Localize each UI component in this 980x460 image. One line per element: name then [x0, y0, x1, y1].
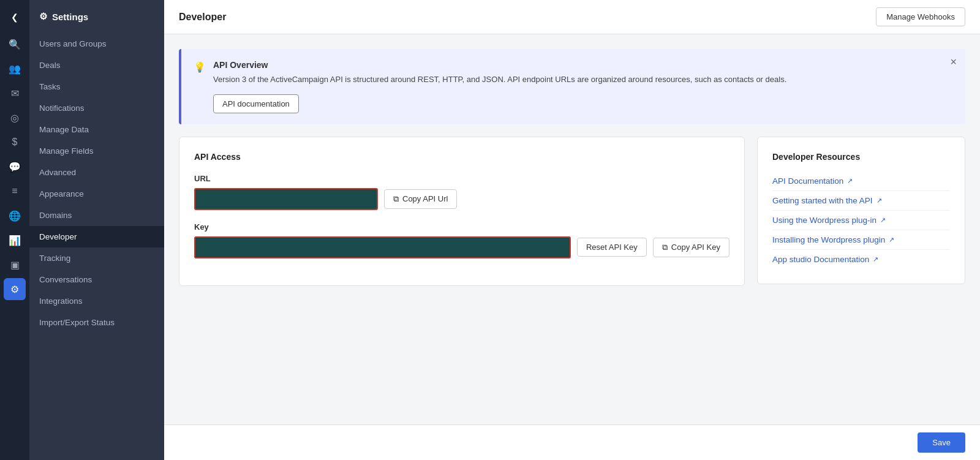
email-nav-icon[interactable]: ✉ [4, 82, 26, 104]
copy-key-label: Copy API Key [671, 243, 720, 252]
sidebar-item-advanced[interactable]: Advanced [29, 162, 164, 183]
collapse-button[interactable]: ❮ [4, 6, 26, 28]
banner-body: API Overview Version 3 of the ActiveCamp… [213, 60, 953, 113]
automations-nav-icon[interactable]: ◎ [4, 107, 26, 129]
sidebar-item-integrations[interactable]: Integrations [29, 290, 164, 312]
save-bar: Save [164, 424, 980, 460]
key-input[interactable] [194, 236, 571, 258]
api-documentation-button[interactable]: API documentation [213, 94, 299, 113]
copy-api-url-button[interactable]: ⧉ Copy API Url [384, 189, 457, 209]
pages-nav-icon[interactable]: ▣ [4, 254, 26, 276]
ext-icon-3: ↗ [889, 236, 894, 244]
getting-started-label: Getting started with the API [772, 196, 873, 205]
deals-nav-icon[interactable]: $ [4, 131, 26, 153]
sidebar-item-manage-fields[interactable]: Manage Fields [29, 140, 164, 162]
sidebar-item-conversations[interactable]: Conversations [29, 269, 164, 290]
ext-icon-2: ↗ [880, 216, 886, 224]
sidebar-item-import-export[interactable]: Import/Export Status [29, 312, 164, 333]
sidebar-item-appearance[interactable]: Appearance [29, 183, 164, 205]
api-overview-banner: 💡 API Overview Version 3 of the ActiveCa… [179, 49, 965, 124]
sidebar: ⚙ Settings Users and Groups Deals Tasks … [29, 0, 164, 460]
app-studio-label: App studio Documentation [772, 255, 869, 264]
copy-api-key-button[interactable]: ⧉ Copy API Key [653, 238, 729, 257]
sidebar-nav: Users and Groups Deals Tasks Notificatio… [29, 33, 164, 333]
ext-icon-4: ↗ [873, 255, 878, 263]
banner-title: API Overview [213, 60, 953, 70]
banner-text: Version 3 of the ActiveCampaign API is s… [213, 74, 953, 86]
bulb-icon: 💡 [194, 61, 206, 113]
developer-resources-card: Developer Resources API Documentation ↗ … [757, 137, 965, 284]
save-button[interactable]: Save [918, 432, 965, 453]
copy-url-label: Copy API Url [402, 194, 448, 203]
sidebar-item-users-and-groups[interactable]: Users and Groups [29, 33, 164, 55]
search-nav-icon[interactable]: 🔍 [4, 33, 26, 55]
ext-icon-1: ↗ [876, 197, 882, 205]
content-row: API Access URL ⧉ Copy API Url Key Reset … [179, 137, 965, 286]
globe-nav-icon[interactable]: 🌐 [4, 205, 26, 227]
sidebar-item-domains[interactable]: Domains [29, 205, 164, 226]
url-input[interactable] [194, 188, 378, 210]
url-field-row: ⧉ Copy API Url [194, 188, 729, 210]
close-banner-button[interactable]: × [950, 56, 957, 67]
sidebar-item-notifications[interactable]: Notifications [29, 97, 164, 119]
main-content: Developer Manage Webhooks 💡 API Overview… [164, 0, 980, 460]
resource-link-install-wordpress[interactable]: Installing the Wordpress plugin ↗ [772, 230, 950, 250]
resource-link-getting-started[interactable]: Getting started with the API ↗ [772, 191, 950, 211]
sidebar-item-tasks[interactable]: Tasks [29, 76, 164, 97]
url-label: URL [194, 174, 729, 183]
resource-link-app-studio[interactable]: App studio Documentation ↗ [772, 250, 950, 269]
content-area: 💡 API Overview Version 3 of the ActiveCa… [164, 34, 980, 424]
resources-title: Developer Resources [772, 152, 950, 162]
resource-link-wordpress-plugin[interactable]: Using the Wordpress plug-in ↗ [772, 211, 950, 230]
top-bar: Developer Manage Webhooks [164, 0, 980, 34]
analytics-nav-icon[interactable]: 📊 [4, 229, 26, 251]
copy-key-icon: ⧉ [662, 243, 668, 252]
copy-url-icon: ⧉ [393, 194, 399, 204]
contacts-nav-icon[interactable]: 👥 [4, 58, 26, 80]
conversations-nav-icon[interactable]: 💬 [4, 156, 26, 178]
sidebar-item-deals[interactable]: Deals [29, 55, 164, 76]
page-title: Developer [179, 12, 226, 23]
ext-icon-0: ↗ [847, 177, 853, 185]
icon-bar: ❮ 🔍 👥 ✉ ◎ $ 💬 ≡ 🌐 📊 ▣ ⚙ [0, 0, 29, 460]
api-access-card: API Access URL ⧉ Copy API Url Key Reset … [179, 137, 745, 286]
manage-webhooks-button[interactable]: Manage Webhooks [876, 7, 965, 26]
reset-api-key-button[interactable]: Reset API Key [577, 238, 647, 257]
key-field-row: Reset API Key ⧉ Copy API Key [194, 236, 729, 258]
sidebar-header: ⚙ Settings [29, 0, 164, 33]
sidebar-item-developer[interactable]: Developer [29, 226, 164, 247]
sidebar-item-tracking[interactable]: Tracking [29, 247, 164, 269]
api-docs-label: API Documentation [772, 176, 843, 186]
resource-link-api-docs[interactable]: API Documentation ↗ [772, 172, 950, 191]
settings-nav-icon[interactable]: ⚙ [4, 278, 26, 300]
sidebar-title: Settings [52, 12, 88, 22]
sidebar-item-manage-data[interactable]: Manage Data [29, 119, 164, 140]
wordpress-plugin-label: Using the Wordpress plug-in [772, 216, 876, 225]
key-label: Key [194, 222, 729, 232]
install-wordpress-label: Installing the Wordpress plugin [772, 235, 885, 244]
reports-nav-icon[interactable]: ≡ [4, 180, 26, 202]
settings-gear-icon: ⚙ [39, 11, 47, 22]
api-access-title: API Access [194, 152, 729, 162]
